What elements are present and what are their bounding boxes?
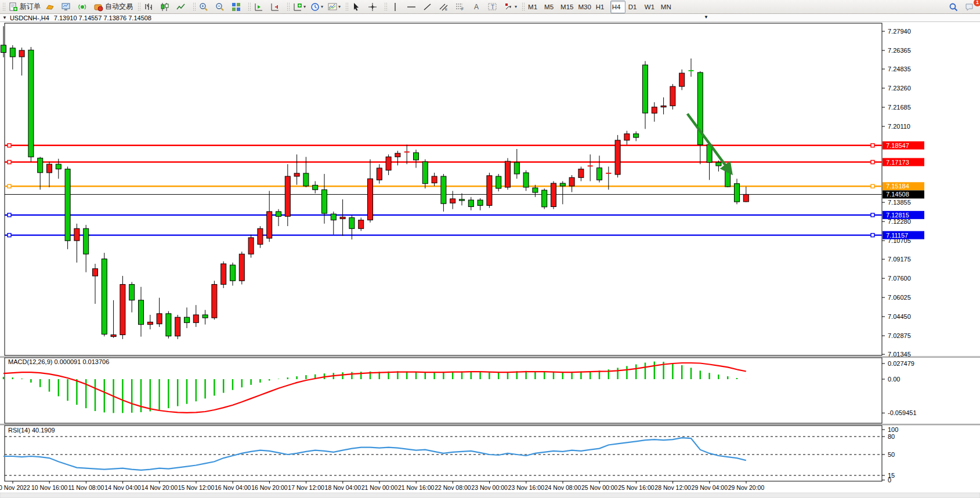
horizontal-line-button[interactable] xyxy=(405,1,420,13)
svg-text:7.17173: 7.17173 xyxy=(886,159,909,166)
svg-text:7.18547: 7.18547 xyxy=(886,142,909,149)
tf-d1-label: D1 xyxy=(628,3,637,10)
search-icon xyxy=(949,2,958,12)
svg-text:0.00: 0.00 xyxy=(888,376,900,383)
toolbar-grip[interactable] xyxy=(138,2,140,12)
line-chart-button[interactable] xyxy=(175,1,190,13)
toolbar-grip[interactable] xyxy=(287,2,290,12)
tf-m15-label: M15 xyxy=(560,3,573,10)
search-button[interactable] xyxy=(947,1,962,13)
tf-m1[interactable]: M1 xyxy=(526,1,541,13)
zoom-in-button[interactable] xyxy=(197,1,212,13)
chart-shift-marker-icon[interactable]: ▼ xyxy=(704,14,708,20)
line-handle xyxy=(871,161,874,164)
one-click-expander-icon[interactable]: ▼ xyxy=(2,15,7,20)
tf-m15[interactable]: M15 xyxy=(559,1,575,13)
crosshair-button[interactable] xyxy=(366,1,381,13)
svg-text:7.15184: 7.15184 xyxy=(886,183,909,190)
periods-button[interactable]: ▾ xyxy=(309,1,325,13)
clock-icon xyxy=(310,2,320,12)
chart-symbol-period: USDCNH-,H4 xyxy=(10,14,49,21)
svg-text:29 Nov 20:00: 29 Nov 20:00 xyxy=(728,484,765,491)
svg-text:18 Nov 04:00: 18 Nov 04:00 xyxy=(325,484,361,491)
toolbar-grip[interactable] xyxy=(522,2,525,12)
svg-text:0.027479: 0.027479 xyxy=(888,360,914,367)
price-tick-label: 7.06025 xyxy=(888,294,911,301)
chat-button[interactable]: 1 xyxy=(963,1,978,13)
cursor-button[interactable] xyxy=(350,1,365,13)
chart-area[interactable]: 7.279407.263657.248357.232607.216857.201… xyxy=(0,22,980,498)
toolbar-grip[interactable] xyxy=(2,2,5,12)
tf-d1[interactable]: D1 xyxy=(627,1,642,13)
vline-icon xyxy=(390,2,400,12)
tf-m5[interactable]: M5 xyxy=(543,1,558,13)
svg-text:24 Nov 08:00: 24 Nov 08:00 xyxy=(545,484,581,491)
line-handle xyxy=(8,144,11,147)
svg-text:0: 0 xyxy=(888,477,891,484)
gold-icon xyxy=(45,2,55,12)
templates-button[interactable]: ▾ xyxy=(326,1,342,13)
auto-scroll-button[interactable] xyxy=(269,1,284,13)
svg-text:28 Nov 12:00: 28 Nov 12:00 xyxy=(654,484,691,491)
template-icon xyxy=(328,2,337,12)
channel-button[interactable]: E xyxy=(437,1,453,13)
linechart-icon xyxy=(176,2,186,12)
trend-icon xyxy=(423,2,432,12)
svg-text:E: E xyxy=(445,8,447,11)
svg-text:25 Nov 16:00: 25 Nov 16:00 xyxy=(618,484,654,491)
tiles-icon xyxy=(232,2,241,12)
tf-w1[interactable]: W1 xyxy=(643,1,658,13)
indicators-button[interactable]: ▾ xyxy=(291,1,308,13)
svg-text:14 Nov 04:00: 14 Nov 04:00 xyxy=(104,484,141,491)
price-tick-label: 7.24835 xyxy=(888,66,911,72)
gold-icon[interactable] xyxy=(44,1,59,13)
chart-shift-button[interactable] xyxy=(252,1,267,13)
toolbar-grip[interactable] xyxy=(345,2,348,12)
svg-text:21 Nov 16:00: 21 Nov 16:00 xyxy=(398,484,435,491)
text-button[interactable]: A xyxy=(470,1,485,13)
svg-text:F: F xyxy=(461,7,464,11)
mt4-window: { "toolbar": { "groups": [ {"items": [ {… xyxy=(0,0,980,498)
macd-pane[interactable] xyxy=(5,358,882,423)
signals-icon[interactable] xyxy=(76,1,91,13)
tf-m30-label: M30 xyxy=(578,3,591,10)
text-label-button[interactable]: T xyxy=(486,1,501,13)
toolbar-grip[interactable] xyxy=(193,2,196,12)
terminal-icon[interactable] xyxy=(60,1,75,13)
candles-icon xyxy=(160,2,169,12)
toolbar-grip[interactable] xyxy=(248,2,251,12)
arrows-button[interactable]: ▾ xyxy=(502,1,519,13)
tf-h4[interactable]: H4 xyxy=(610,1,625,13)
tf-mn[interactable]: MN xyxy=(659,1,674,13)
zoom-out-button[interactable] xyxy=(214,1,229,13)
price-tick-label: 7.12280 xyxy=(888,218,911,225)
textA-icon: A xyxy=(472,2,481,12)
tile-windows-button[interactable] xyxy=(230,1,245,13)
price-tick-label: 7.27940 xyxy=(888,28,911,35)
line-handle xyxy=(8,213,11,217)
line-handle xyxy=(8,161,11,164)
macd-label: MACD(12,26,9) 0.000091 0.013706 xyxy=(8,358,109,365)
tf-h1[interactable]: H1 xyxy=(594,1,609,13)
status-bar xyxy=(0,493,980,498)
price-tick-label: 7.20110 xyxy=(888,123,910,130)
tf-m30[interactable]: M30 xyxy=(576,1,592,13)
tf-w1-label: W1 xyxy=(645,3,654,10)
neworder-icon xyxy=(9,2,18,12)
vertical-line-button[interactable] xyxy=(389,1,404,13)
tf-m1-label: M1 xyxy=(528,3,537,10)
bar-chart-button[interactable] xyxy=(142,1,157,13)
svg-text:16 Nov 04:00: 16 Nov 04:00 xyxy=(215,484,251,491)
shift-icon xyxy=(254,2,263,12)
fibonacci-button[interactable]: F xyxy=(454,1,469,13)
svg-text:23 Nov 16:00: 23 Nov 16:00 xyxy=(508,484,545,491)
candlestick-chart-button[interactable] xyxy=(158,1,173,13)
toolbar-grip[interactable] xyxy=(384,2,387,12)
price-tick-label: 7.26365 xyxy=(888,47,911,54)
price-tick-label: 7.09175 xyxy=(888,256,911,263)
monitor-icon xyxy=(62,2,71,12)
autotrading-button[interactable]: 自动交易 xyxy=(92,1,135,13)
trendline-button[interactable] xyxy=(421,1,436,13)
channel-icon: E xyxy=(439,2,449,12)
new-order-button[interactable]: 新订单 xyxy=(7,1,42,13)
